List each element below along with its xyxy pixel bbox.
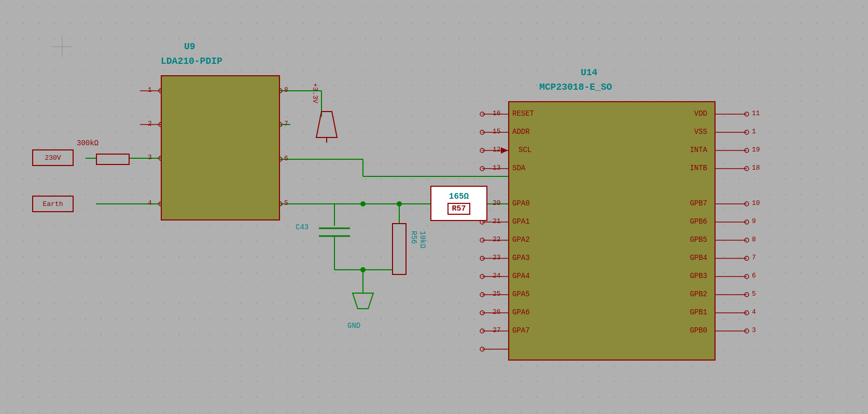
svg-point-84 — [745, 329, 749, 333]
svg-point-67 — [480, 256, 484, 260]
u14-pin27-label: GPA7 — [512, 326, 530, 335]
u14-pin13-label: SDA — [512, 164, 525, 172]
svg-point-69 — [480, 293, 484, 297]
u9-pin2-num: 2 — [148, 120, 152, 128]
svg-point-66 — [480, 238, 484, 242]
u14-pin22-label: GPA2 — [512, 236, 530, 244]
u9-pin6-num: 6 — [284, 155, 288, 162]
svg-point-68 — [480, 274, 484, 279]
u14-pin13-num: 13 — [493, 164, 501, 172]
u14-part-label: MCP23018-E_SO — [539, 82, 612, 92]
res300k-body — [96, 154, 130, 165]
u14-pin8-label: GPB5 — [690, 236, 707, 244]
u14-pin21-label: GPA1 — [512, 217, 530, 226]
u9-pin7-num: 7 — [284, 120, 288, 128]
u14-pin9-num: 9 — [752, 217, 756, 225]
u14-pin18-num: 18 — [752, 164, 760, 172]
svg-point-82 — [745, 293, 749, 297]
u14-pin23-num: 23 — [493, 254, 501, 261]
u14-pin3-label: GPB0 — [690, 326, 707, 335]
u14-pin19-num: 19 — [752, 146, 760, 154]
u14-pin6-num: 6 — [752, 272, 756, 280]
svg-point-74 — [745, 130, 749, 134]
u14-pin22-num: 22 — [493, 236, 501, 243]
u14-pin12-label: SCL — [519, 146, 531, 154]
r56-value: 10kΩ — [418, 231, 427, 249]
r56-body — [392, 223, 407, 275]
u9-pin3-num: 3 — [148, 154, 152, 161]
svg-point-71 — [480, 329, 484, 333]
svg-marker-126 — [353, 293, 373, 309]
u9-name-label: U9 — [184, 42, 195, 52]
svg-point-62 — [480, 148, 484, 153]
svg-point-70 — [480, 311, 484, 315]
svg-point-80 — [745, 256, 749, 260]
u14-body — [508, 101, 716, 361]
earth-connector[interactable]: Earth — [32, 196, 74, 212]
power-3v3-label: +3.3V — [311, 83, 319, 103]
u14-pin25-label: GPA5 — [512, 290, 530, 298]
u14-pin19-label: INTA — [690, 146, 707, 154]
u14-pin18-label: INTB — [690, 164, 707, 172]
r57-label: R57 — [447, 203, 470, 215]
u14-pin11-num: 11 — [752, 109, 760, 117]
u14-pin4-label: GPB1 — [690, 308, 707, 316]
u14-pin1-num: 1 — [752, 128, 756, 135]
u14-pin1-label: VSS — [694, 128, 707, 136]
svg-point-21 — [360, 267, 366, 272]
u14-pin26-label: GPA6 — [512, 308, 530, 316]
u14-pin16-num: 16 — [493, 109, 501, 117]
svg-point-72 — [480, 347, 484, 351]
u14-pin12-num: 12 — [493, 146, 501, 154]
svg-point-76 — [745, 167, 749, 171]
r57-highlight: 165Ω R57 — [430, 186, 487, 221]
svg-point-11 — [360, 201, 366, 206]
u14-pin10-label: GPB7 — [690, 199, 707, 208]
gnd-symbol — [350, 285, 376, 322]
svg-marker-123 — [316, 112, 337, 137]
u14-pin16-label: RESET — [512, 109, 534, 118]
u14-pin10-num: 10 — [752, 199, 760, 207]
u9-pin5-num: 5 — [284, 199, 288, 207]
u14-pin8-num: 8 — [752, 236, 756, 243]
svg-point-63 — [480, 167, 484, 171]
u14-pin25-num: 25 — [493, 290, 501, 298]
u14-pin26-num: 26 — [493, 308, 501, 316]
svg-point-83 — [745, 311, 749, 315]
u14-pin6-label: GPB3 — [690, 272, 707, 280]
svg-point-61 — [480, 130, 484, 134]
gnd-label: GND — [347, 322, 360, 330]
svg-point-73 — [745, 112, 749, 116]
u14-pin24-label: GPA4 — [512, 272, 530, 280]
svg-point-77 — [745, 202, 749, 206]
svg-marker-85 — [501, 147, 508, 154]
u14-name-label: U14 — [581, 67, 597, 78]
u14-pin15-label: ADDR — [512, 128, 530, 136]
u14-pin20-num: 20 — [493, 199, 501, 207]
u14-pin15-num: 15 — [493, 128, 501, 135]
svg-point-81 — [745, 274, 749, 279]
power-3v3 — [314, 101, 340, 143]
u14-pin7-label: GPB4 — [690, 254, 707, 262]
res300k-label: 300kΩ — [77, 139, 99, 147]
svg-point-12 — [397, 201, 402, 206]
u14-pin3-num: 3 — [752, 326, 756, 334]
schematic-canvas: U9 LDA210-PDIP 1 2 3 4 8 7 6 5 230V Eart… — [0, 0, 868, 414]
u14-pin9-label: GPB6 — [690, 217, 707, 226]
u9-pin1-num: 1 — [148, 86, 152, 94]
svg-point-60 — [480, 112, 484, 116]
u14-pin5-num: 5 — [752, 290, 756, 298]
r57-value: 165Ω — [449, 192, 469, 201]
r56-label: R56 — [410, 231, 418, 244]
svg-point-78 — [745, 220, 749, 224]
u14-pin20-label: GPA0 — [512, 199, 530, 208]
v230-connector[interactable]: 230V — [32, 149, 74, 166]
u14-pin11-label: VDD — [694, 109, 707, 118]
u14-pin23-label: GPA3 — [512, 254, 530, 262]
svg-point-79 — [745, 238, 749, 242]
u9-pin4-num: 4 — [148, 199, 152, 207]
u14-pin24-num: 24 — [493, 272, 501, 280]
u9-pin8-num: 8 — [284, 86, 288, 94]
u9-part-label: LDA210-PDIP — [161, 56, 222, 66]
c43-label: C43 — [296, 223, 309, 231]
